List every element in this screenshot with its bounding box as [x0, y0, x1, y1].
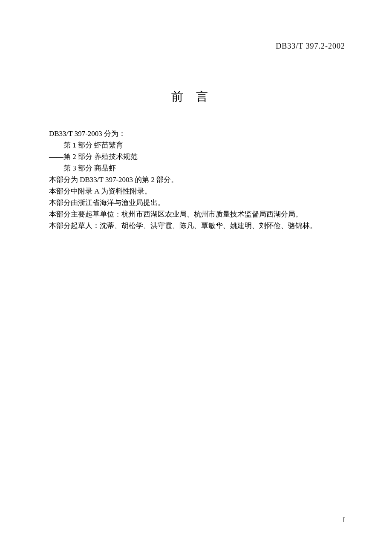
part-item: ——第 3 部分 商品虾	[49, 162, 345, 174]
preface-content: DB33/T 397-2003 分为： ——第 1 部分 虾苗繁育 ——第 2 …	[49, 128, 345, 231]
page-title: 前言	[0, 89, 392, 105]
body-line: 本部分主要起草单位：杭州市西湖区农业局、杭州市质量技术监督局西湖分局。	[49, 208, 345, 220]
page-number: I	[343, 516, 345, 524]
intro-line: DB33/T 397-2003 分为：	[49, 128, 345, 139]
standard-code-header: DB33/T 397.2-2002	[276, 42, 345, 51]
body-line: 本部分为 DB33/T 397-2003 的第 2 部分。	[49, 174, 345, 185]
body-line: 本部分中附录 A 为资料性附录。	[49, 185, 345, 197]
part-item: ——第 1 部分 虾苗繁育	[49, 139, 345, 151]
body-line: 本部分起草人：沈蒂、胡松学、洪守霞、陈凡、覃敏华、姚建明、刘怀俭、骆锦林。	[49, 220, 345, 231]
body-line: 本部分由浙江省海洋与渔业局提出。	[49, 197, 345, 208]
part-item: ——第 2 部分 养殖技术规范	[49, 151, 345, 162]
